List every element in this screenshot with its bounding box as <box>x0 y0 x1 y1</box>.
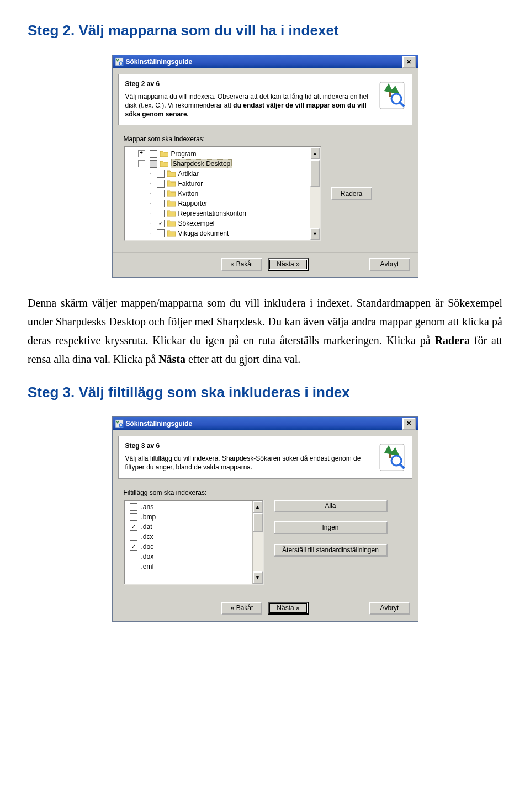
step-description: Välj mapparna du vill indexera. Observer… <box>125 92 371 119</box>
tree-item-viktiga-dokument[interactable]: · Viktiga dokument <box>126 228 319 238</box>
folder-icon <box>167 210 176 217</box>
next-button[interactable]: Nästa » <box>268 258 309 271</box>
checkbox[interactable]: ✓ <box>130 523 137 531</box>
tree-connector: · <box>148 190 154 196</box>
titlebar[interactable]: Sökinställningsguide ✕ <box>113 417 418 430</box>
ext-label: .doc <box>141 543 154 551</box>
wizard-icon <box>379 442 405 473</box>
checkbox[interactable] <box>130 533 137 541</box>
step-number: Steg 3 av 6 <box>125 442 371 450</box>
tree-connector: · <box>148 200 154 206</box>
folder-icon <box>167 229 176 237</box>
checkbox[interactable] <box>157 229 165 237</box>
scroll-up-icon[interactable]: ▲ <box>310 147 320 159</box>
tree-label: Sökexempel <box>178 220 215 227</box>
list-item[interactable]: ✓ .dat <box>126 522 262 532</box>
tree-item-representationskonton[interactable]: · Representationskonton <box>126 209 319 218</box>
delete-button[interactable]: Radera <box>331 187 372 200</box>
ext-label: .ans <box>141 503 154 511</box>
list-item[interactable]: .dcx <box>126 532 262 542</box>
extensions-list[interactable]: .ans .bmp ✓ .dat .dcx <box>124 500 264 585</box>
checkbox[interactable] <box>157 190 165 197</box>
tree-label: Representationskonton <box>178 210 246 217</box>
checkbox[interactable] <box>130 513 137 521</box>
cancel-button[interactable]: Avbryt <box>369 258 410 271</box>
para-part: efter att du gjort dina val. <box>186 353 300 365</box>
step2-paragraph: Denna skärm väljer mappen/mapparna som d… <box>28 293 502 368</box>
step-number: Steg 2 av 6 <box>125 80 371 88</box>
scrollbar[interactable]: ▲ ▼ <box>310 147 320 240</box>
tree-item-sharpdesk-desktop[interactable]: - Sharpdesk Desktop <box>126 159 319 169</box>
scroll-down-icon[interactable]: ▼ <box>253 571 263 584</box>
step-description: Välj alla filtillägg du vill indexera. S… <box>125 454 371 472</box>
tree-connector: · <box>148 230 154 236</box>
tree-item-fakturor[interactable]: · Fakturor <box>126 179 319 189</box>
step-header: Steg 3 av 6 Välj alla filtillägg du vill… <box>118 436 412 479</box>
folder-icon <box>167 220 176 227</box>
tree-item-program[interactable]: + Program <box>126 149 319 159</box>
checkbox[interactable]: ✓ <box>157 220 165 227</box>
list-item[interactable]: .dox <box>126 552 262 562</box>
app-icon <box>115 419 124 428</box>
folder-icon <box>160 160 168 167</box>
dialog-footer: « Bakåt Nästa » Avbryt <box>113 252 418 277</box>
expander-icon[interactable]: + <box>138 150 145 157</box>
list-item[interactable]: .emf <box>126 562 262 571</box>
folders-tree[interactable]: + Program - Sharpdesk Desktop <box>124 146 321 241</box>
checkbox[interactable] <box>157 180 165 188</box>
tree-connector: · <box>148 220 154 226</box>
checkbox[interactable] <box>130 503 137 511</box>
tree-label: Program <box>171 150 197 158</box>
none-button[interactable]: Ingen <box>274 521 388 534</box>
ext-label: .dcx <box>141 533 153 541</box>
checkbox[interactable] <box>157 200 165 207</box>
checkbox[interactable] <box>150 150 157 158</box>
tree-label: Artiklar <box>178 170 199 178</box>
list-item[interactable]: .bmp <box>126 512 262 522</box>
close-icon[interactable]: ✕ <box>402 56 416 68</box>
expander-icon[interactable]: - <box>138 160 145 167</box>
checkbox[interactable]: ✓ <box>130 543 137 551</box>
list-item[interactable]: ✓ .doc <box>126 542 262 552</box>
checkbox[interactable] <box>157 210 165 217</box>
close-icon[interactable]: ✕ <box>402 418 416 430</box>
checkbox[interactable] <box>130 563 137 570</box>
scroll-thumb[interactable] <box>310 159 320 187</box>
tree-label: Rapporter <box>178 200 208 207</box>
scroll-up-icon[interactable]: ▲ <box>253 501 263 513</box>
folder-icon <box>167 190 176 197</box>
folder-icon <box>167 170 176 177</box>
step-header: Steg 2 av 6 Välj mapparna du vill indexe… <box>118 74 412 125</box>
tree-item-kvitton[interactable]: · Kvitton <box>126 189 319 199</box>
reset-button[interactable]: Återställ till standardinställningen <box>274 544 388 557</box>
scroll-thumb[interactable] <box>253 513 263 532</box>
app-icon <box>115 57 124 66</box>
svg-rect-5 <box>389 92 391 97</box>
checkbox[interactable] <box>150 160 157 168</box>
tree-item-rapporter[interactable]: · Rapporter <box>126 199 319 209</box>
dialog-title: Sökinställningsguide <box>126 58 402 66</box>
wizard-dialog-step2: Sökinställningsguide ✕ Steg 2 av 6 Välj … <box>112 55 418 278</box>
back-button[interactable]: « Bakåt <box>221 602 262 615</box>
list-item[interactable]: .ans <box>126 502 262 512</box>
cancel-button[interactable]: Avbryt <box>369 602 410 615</box>
step2-heading: Steg 2. Välj mapparna som du vill ha i i… <box>28 22 502 39</box>
tree-item-artiklar[interactable]: · Artiklar <box>126 169 319 179</box>
svg-rect-13 <box>389 454 391 458</box>
tree-label: Viktiga dokument <box>178 229 229 237</box>
tree-connector: · <box>148 180 154 186</box>
next-button[interactable]: Nästa » <box>268 602 309 615</box>
back-button[interactable]: « Bakåt <box>221 258 262 271</box>
scroll-down-icon[interactable]: ▼ <box>310 228 320 240</box>
ext-label: .bmp <box>141 513 156 521</box>
all-button[interactable]: Alla <box>274 500 388 512</box>
tree-item-sokexempel[interactable]: · ✓ Sökexempel <box>126 218 319 228</box>
folder-icon <box>167 200 176 207</box>
dialog-footer: « Bakåt Nästa » Avbryt <box>113 596 418 621</box>
scrollbar[interactable]: ▲ ▼ <box>252 501 263 584</box>
tree-label: Sharpdesk Desktop <box>171 159 232 168</box>
titlebar[interactable]: Sökinställningsguide ✕ <box>113 55 418 68</box>
checkbox[interactable] <box>157 170 165 178</box>
checkbox[interactable] <box>130 553 137 560</box>
ext-label: .dat <box>141 523 152 531</box>
